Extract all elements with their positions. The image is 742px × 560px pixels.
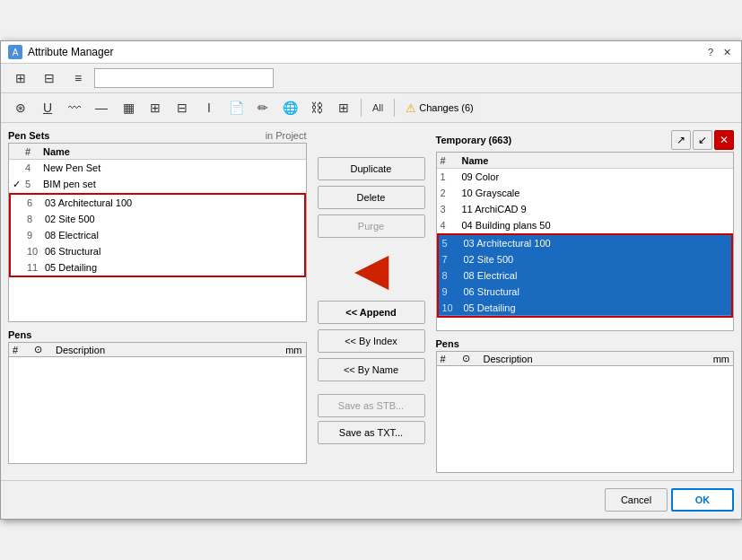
tool-icon-3[interactable]: ≡ [65, 67, 91, 89]
save-buttons: Save as STB... Save as TXT... [318, 394, 425, 444]
right-list-wrapper: # Name 1 09 Color 2 10 Grayscale 3 11 A [436, 152, 735, 331]
pens-table-header-left: # ⊙ Description mm [8, 342, 307, 356]
title-controls: ? ✕ [703, 45, 734, 59]
link-tool[interactable]: ⛓ [304, 97, 329, 118]
right-outlined-group: 5 03 Architectural 100 7 02 Site 500 8 0… [437, 233, 734, 318]
left-panel-title: Pen Sets [8, 130, 49, 141]
right-panel-header: Temporary (663) ↗ ↙ ✕ [436, 130, 735, 150]
middle-buttons: Duplicate Delete Purge ◀ << Append << By… [307, 130, 436, 473]
changes-button[interactable]: ⚠ Changes (6) [399, 99, 480, 118]
toolbar2: ⊛ U 〰 — ▦ ⊞ ⊟ I 📄 ✏ 🌐 ⛓ ⊞ All ⚠ Changes … [1, 93, 741, 123]
dash-tool[interactable]: — [89, 97, 114, 118]
left-panel-header: Pen Sets in Project [8, 130, 307, 141]
main-content: Pen Sets in Project # Name 4 New Pen Set [1, 123, 741, 480]
text-tool[interactable]: I [196, 97, 222, 118]
list-item[interactable]: 9 08 Electrical [11, 227, 304, 243]
list-item[interactable]: ✓ 5 BIM pen set [9, 176, 306, 192]
list-item[interactable]: 2 10 Grayscale [437, 185, 734, 201]
import-icon-btn[interactable]: ↙ [693, 130, 712, 150]
left-panel: Pen Sets in Project # Name 4 New Pen Set [8, 130, 307, 473]
list-item-selected[interactable]: 10 05 Detailing [439, 300, 732, 316]
app-icon: A [8, 45, 22, 59]
search-input[interactable] [94, 68, 274, 88]
list-item[interactable]: 4 New Pen Set [9, 160, 306, 176]
title-bar: A Attribute Manager ? ✕ [1, 41, 741, 64]
right-panel-title: Temporary (663) [436, 135, 512, 145]
list-item-selected[interactable]: 9 06 Structural [439, 284, 732, 300]
pens-section-right: Pens # ⊙ Description mm [436, 338, 735, 473]
list-item-selected[interactable]: 8 08 Electrical [439, 267, 732, 284]
close-button[interactable]: ✕ [720, 45, 734, 59]
export-icon-btn[interactable]: ↗ [671, 130, 691, 150]
list-item-selected[interactable]: 5 03 Architectural 100 [439, 235, 732, 251]
pen-sets-list[interactable]: # Name 4 New Pen Set ✓ 5 BIM pen set [8, 143, 307, 322]
left-panel-subtitle: in Project [266, 130, 307, 141]
all-button[interactable]: All [366, 97, 389, 118]
append-button[interactable]: << Append [318, 301, 425, 324]
pencil-tool[interactable]: ✏ [250, 97, 275, 118]
purge-button[interactable]: Purge [318, 214, 425, 238]
hatch-tool[interactable]: ⊞ [143, 97, 168, 118]
ok-button[interactable]: OK [671, 488, 734, 512]
layer-tool[interactable]: ⊛ [8, 97, 33, 118]
grid-tool[interactable]: ⊟ [170, 97, 195, 118]
right-panel-controls: ↗ ↙ ✕ [671, 130, 734, 150]
list-item[interactable]: 8 02 Site 500 [11, 211, 304, 227]
cancel-button[interactable]: Cancel [605, 488, 668, 512]
pens-section-left: Pens # ⊙ Description mm [8, 329, 307, 464]
pens-list-right[interactable] [436, 365, 735, 473]
dialog: A Attribute Manager ? ✕ ⊞ ⊟ ≡ ⊛ U 〰 — ▦ … [0, 40, 742, 520]
tool-icon-1[interactable]: ⊞ [8, 67, 33, 89]
globe-tool[interactable]: 🌐 [277, 97, 302, 118]
wave-tool[interactable]: 〰 [62, 97, 87, 118]
pens-list-left[interactable] [8, 356, 307, 464]
list-item[interactable]: 3 11 ArchiCAD 9 [437, 201, 734, 217]
separator-2 [394, 99, 395, 117]
list-item[interactable]: 10 06 Structural [11, 243, 304, 259]
tool-icon-2[interactable]: ⊟ [37, 67, 62, 89]
toolbar-area: ⊞ ⊟ ≡ [1, 64, 741, 93]
page-tool[interactable]: 📄 [223, 97, 249, 118]
list-item[interactable]: 6 03 Architectural 100 [11, 195, 304, 211]
dialog-title: Attribute Manager [28, 46, 703, 58]
warning-icon: ⚠ [406, 101, 416, 115]
by-index-button[interactable]: << By Index [318, 329, 425, 353]
help-button[interactable]: ? [703, 45, 718, 59]
list-item[interactable]: 11 05 Detailing [11, 259, 304, 276]
save-stb-button[interactable]: Save as STB... [318, 394, 425, 417]
right-panel-close[interactable]: ✕ [714, 130, 734, 150]
temporary-list[interactable]: # Name 1 09 Color 2 10 Grayscale 3 11 A [436, 152, 735, 331]
arrow-icon: ◀ [354, 247, 388, 292]
pens-title-left: Pens [8, 329, 307, 340]
underline-tool[interactable]: U [35, 97, 60, 118]
delete-button[interactable]: Delete [318, 186, 425, 209]
duplicate-button[interactable]: Duplicate [318, 157, 425, 180]
list-item-selected[interactable]: 7 02 Site 500 [439, 251, 732, 267]
list-item[interactable]: 4 04 Building plans 50 [437, 217, 734, 233]
outlined-group: 6 03 Architectural 100 8 02 Site 500 9 0… [9, 193, 306, 277]
table-tool[interactable]: ⊞ [331, 97, 356, 118]
pens-title-right: Pens [436, 338, 735, 349]
by-name-button[interactable]: << By Name [318, 358, 425, 381]
fill-tool[interactable]: ▦ [116, 97, 141, 118]
right-panel: Temporary (663) ↗ ↙ ✕ # Name 1 [436, 130, 735, 473]
save-txt-button[interactable]: Save as TXT... [318, 421, 425, 444]
pens-table-header-right: # ⊙ Description mm [436, 351, 735, 365]
list-header: # Name [9, 144, 306, 160]
arrow-container: ◀ [354, 247, 388, 292]
list-header: # Name [437, 153, 734, 169]
footer: Cancel OK [1, 480, 741, 519]
list-item[interactable]: 1 09 Color [437, 169, 734, 185]
changes-label: Changes (6) [419, 102, 474, 113]
separator-1 [361, 99, 362, 117]
